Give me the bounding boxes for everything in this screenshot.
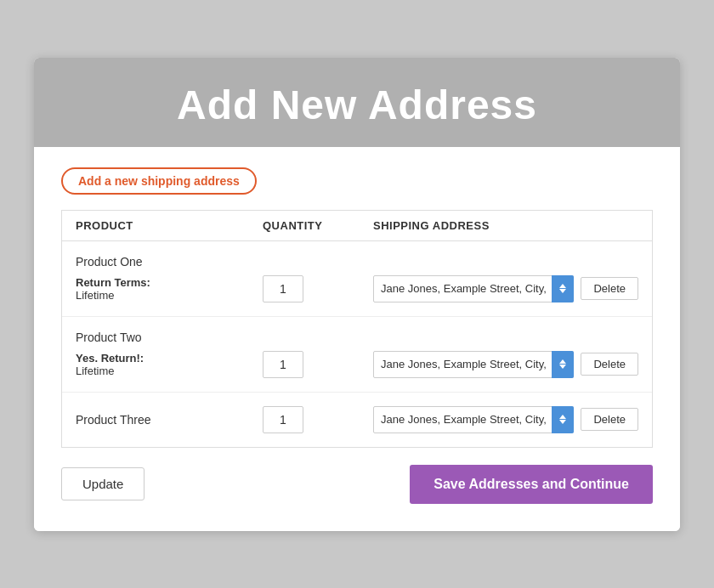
product-three-section: Product Three Jane Jones, Example Street…	[62, 393, 652, 447]
product-one-detail: Return Terms: Lifetime	[76, 276, 263, 302]
column-header-quantity: QUANTITY	[263, 219, 373, 232]
save-addresses-continue-button[interactable]: Save Addresses and Continue	[410, 465, 653, 504]
product-two-section: Product Two Yes. Return!: Lifetime Jane …	[62, 317, 652, 393]
products-table: PRODUCT QUANTITY SHIPPING ADDRESS Produc…	[61, 210, 653, 448]
product-one-quantity-cell	[263, 275, 373, 302]
product-one-row: Return Terms: Lifetime Jane Jones, Examp…	[76, 275, 638, 302]
product-three-address-cell: Jane Jones, Example Street, City, CA Del…	[373, 406, 638, 433]
product-two-return-terms-label: Yes. Return!:	[76, 352, 263, 365]
product-two-delete-button[interactable]: Delete	[581, 353, 638, 376]
product-two-address-select[interactable]: Jane Jones, Example Street, City, CA	[373, 351, 574, 378]
column-header-product: PRODUCT	[76, 219, 263, 232]
product-two-detail: Yes. Return!: Lifetime	[76, 352, 263, 377]
page-wrapper: Add New Address Add a new shipping addre…	[34, 58, 680, 531]
table-header-row: PRODUCT QUANTITY SHIPPING ADDRESS	[62, 211, 652, 241]
product-three-quantity-cell	[263, 406, 373, 433]
product-one-return-terms-label: Return Terms:	[76, 276, 263, 289]
product-one-quantity-input[interactable]	[263, 275, 303, 302]
column-header-shipping-address: SHIPPING ADDRESS	[373, 219, 638, 232]
product-three-name: Product Three	[76, 413, 263, 427]
product-three-address-select[interactable]: Jane Jones, Example Street, City, CA	[373, 406, 574, 433]
page-content: Add a new shipping address PRODUCT QUANT…	[34, 147, 680, 531]
product-one-name: Product One	[76, 255, 638, 269]
product-two-row: Yes. Return!: Lifetime Jane Jones, Examp…	[76, 351, 638, 378]
page-title: Add New Address	[34, 82, 680, 128]
product-one-address-select-wrapper: Jane Jones, Example Street, City, CA	[373, 275, 574, 302]
product-three-quantity-input[interactable]	[263, 406, 303, 433]
product-one-address-cell: Jane Jones, Example Street, City, CA Del…	[373, 275, 638, 302]
product-one-lifetime-label: Lifetime	[76, 289, 263, 302]
product-two-address-cell: Jane Jones, Example Street, City, CA Del…	[373, 351, 638, 378]
product-three-detail: Product Three	[76, 413, 263, 427]
product-two-lifetime-label: Lifetime	[76, 365, 263, 377]
product-one-section: Product One Return Terms: Lifetime Jane …	[62, 241, 652, 317]
product-two-quantity-cell	[263, 351, 373, 378]
product-two-quantity-input[interactable]	[263, 351, 303, 378]
product-three-delete-button[interactable]: Delete	[581, 408, 638, 431]
footer-actions: Update Save Addresses and Continue	[61, 448, 653, 504]
product-three-row: Product Three Jane Jones, Example Street…	[76, 406, 638, 433]
update-button[interactable]: Update	[61, 467, 144, 500]
page-header: Add New Address	[34, 58, 680, 147]
product-one-address-select[interactable]: Jane Jones, Example Street, City, CA	[373, 275, 574, 302]
add-new-shipping-address-button[interactable]: Add a new shipping address	[61, 167, 257, 195]
product-one-delete-button[interactable]: Delete	[581, 277, 638, 300]
product-two-address-select-wrapper: Jane Jones, Example Street, City, CA	[373, 351, 574, 378]
product-two-name: Product Two	[76, 331, 638, 344]
product-three-address-select-wrapper: Jane Jones, Example Street, City, CA	[373, 406, 574, 433]
